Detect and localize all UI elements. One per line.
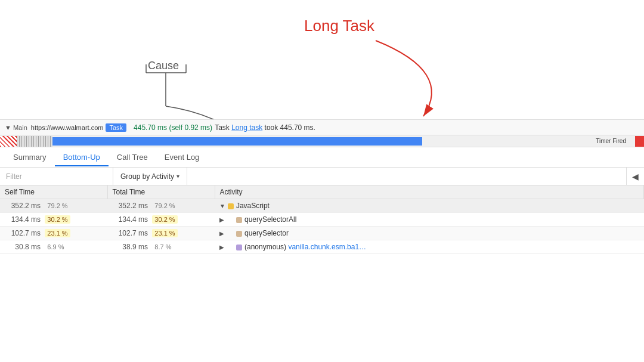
task-box: Task — [106, 123, 126, 132]
thread-url: https://www.walmart.com — [31, 124, 104, 131]
table-row: 134.4 ms 30.2 %134.4 ms 30.2 %▶querySele… — [0, 213, 644, 227]
cell-self-time: 134.4 ms 30.2 % — [0, 213, 107, 227]
cell-total-time: 102.7 ms 23.1 % — [107, 227, 215, 240]
activity-name: JavaScript — [236, 202, 270, 210]
activity-icon — [236, 245, 242, 250]
total-pct-badge: 79.2 % — [152, 202, 177, 210]
total-pct-badge: 23.1 % — [152, 229, 177, 237]
collapse-button[interactable]: ◀ — [626, 168, 644, 185]
expand-arrow[interactable]: ▶ — [219, 230, 224, 237]
activity-name: (anonymous) — [244, 243, 286, 251]
self-time-value: 30.8 ms — [5, 243, 41, 251]
expand-arrow[interactable]: ▶ — [219, 216, 224, 223]
devtools-panel: ▼ Main https://www.walmart.com Task 445.… — [0, 119, 644, 362]
data-table: Self Time Total Time Activity 352.2 ms 7… — [0, 185, 644, 254]
tab-bottom-up[interactable]: Bottom-Up — [55, 149, 109, 166]
header-total-time: Total Time — [107, 185, 215, 199]
thread-info: ▼ Main https://www.walmart.com — [5, 124, 103, 131]
total-time-value: 102.7 ms — [112, 229, 148, 237]
self-time-value: 102.7 ms — [5, 229, 41, 237]
total-pct-badge: 8.7 % — [152, 243, 174, 251]
total-time-value: 134.4 ms — [112, 215, 148, 224]
long-task-suffix: took 445.70 ms. — [265, 123, 315, 132]
total-time-value: 38.9 ms — [112, 243, 148, 251]
cell-total-time: 134.4 ms 30.2 % — [107, 213, 215, 227]
long-task-annotation: Long Task — [304, 17, 374, 35]
header-self-time: Self Time — [0, 185, 107, 199]
cell-activity: ▼JavaScript — [215, 199, 644, 213]
cell-activity: ▶(anonymous) vanilla.chunk.esm.ba1… — [215, 240, 644, 254]
timing-info: 445.70 ms (self 0.92 ms) — [134, 123, 212, 132]
activity-icon — [236, 217, 242, 223]
filter-bar: Group by Activity ▾ ◀ — [0, 168, 644, 185]
activity-icon — [236, 231, 242, 237]
tab-summary[interactable]: Summary — [5, 149, 55, 166]
total-time-value: 352.2 ms — [112, 202, 148, 210]
total-pct-badge: 30.2 % — [152, 215, 177, 224]
tabs-bar: Summary Bottom-Up Call Tree Event Log — [0, 147, 644, 168]
timeline-blue — [52, 137, 422, 146]
timeline-red-end — [635, 136, 644, 147]
self-time-value: 352.2 ms — [5, 202, 41, 210]
cell-self-time: 352.2 ms 79.2 % — [0, 199, 107, 213]
cell-activity: ▶querySelector — [215, 227, 644, 240]
filter-input[interactable] — [0, 168, 113, 185]
table-header: Self Time Total Time Activity — [0, 185, 644, 199]
table-row: 102.7 ms 23.1 %102.7 ms 23.1 %▶querySele… — [0, 227, 644, 240]
activity-name: querySelectorAll — [244, 215, 296, 224]
timeline-red-start — [0, 136, 17, 147]
self-pct-badge: 79.2 % — [45, 202, 70, 210]
timeline-bar: Timer Fired — [0, 135, 644, 147]
info-bar: ▼ Main https://www.walmart.com Task 445.… — [0, 120, 644, 135]
self-time-value: 134.4 ms — [5, 215, 41, 224]
header-activity: Activity — [215, 185, 644, 199]
activity-name: querySelector — [244, 229, 289, 237]
cell-total-time: 38.9 ms 8.7 % — [107, 240, 215, 254]
cell-self-time: 30.8 ms 6.9 % — [0, 240, 107, 254]
cell-self-time: 102.7 ms 23.1 % — [0, 227, 107, 240]
expand-arrow[interactable]: ▼ — [219, 203, 225, 209]
group-by-button[interactable]: Group by Activity ▾ — [113, 168, 187, 185]
self-pct-badge: 23.1 % — [45, 229, 70, 237]
timer-fired-label: Timer Fired — [596, 138, 626, 144]
cell-total-time: 352.2 ms 79.2 % — [107, 199, 215, 213]
long-task-link[interactable]: Long task — [231, 123, 262, 132]
table-row: 352.2 ms 79.2 %352.2 ms 79.2 %▼JavaScrip… — [0, 199, 644, 213]
self-pct-badge: 6.9 % — [45, 243, 66, 251]
cell-activity: ▶querySelectorAll — [215, 213, 644, 227]
expand-arrow[interactable]: ▶ — [219, 244, 224, 250]
table-row: 30.8 ms 6.9 %38.9 ms 8.7 %▶(anonymous) v… — [0, 240, 644, 254]
chevron-down-icon: ▾ — [177, 173, 179, 180]
tab-call-tree[interactable]: Call Tree — [109, 149, 156, 166]
table-body: 352.2 ms 79.2 %352.2 ms 79.2 %▼JavaScrip… — [0, 199, 644, 254]
activity-link[interactable]: vanilla.chunk.esm.ba1… — [288, 243, 366, 251]
task-desc: Task Long task took 445.70 ms. — [215, 123, 315, 132]
thread-label: ▼ Main — [5, 124, 27, 131]
cause-annotation: Cause — [148, 60, 179, 72]
timeline-pattern — [17, 136, 52, 147]
tab-event-log[interactable]: Event Log — [156, 149, 208, 166]
self-pct-badge: 30.2 % — [45, 215, 70, 224]
group-by-label: Group by Activity — [120, 172, 174, 181]
activity-icon — [228, 203, 234, 209]
